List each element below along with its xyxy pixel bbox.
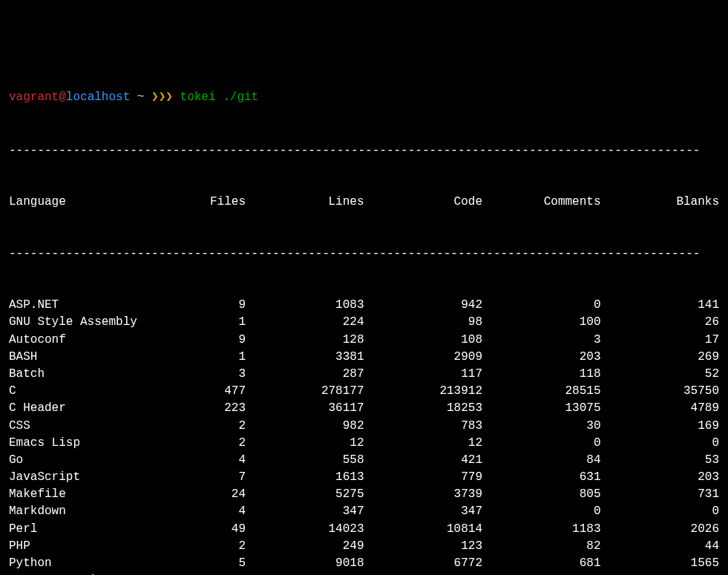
- cell-lines: 3381: [246, 349, 364, 366]
- cell-code: 421: [364, 452, 482, 469]
- separator-mid: ----------------------------------------…: [9, 246, 719, 263]
- cell-language: C Header: [9, 400, 174, 417]
- cell-lines: 249: [246, 538, 364, 555]
- cell-blanks: 17: [600, 332, 719, 349]
- cell-language: JavaScript: [9, 469, 174, 486]
- table-row: JavaScript71613779631203: [9, 469, 719, 486]
- cell-code: 783: [364, 418, 482, 435]
- cell-lines: 12: [246, 435, 364, 452]
- table-row: Autoconf9128108317: [9, 332, 719, 349]
- cell-files: 24: [174, 486, 246, 503]
- cell-comments: 0: [482, 572, 601, 575]
- cell-files: 1: [174, 349, 246, 366]
- cell-lines: 1083: [246, 297, 364, 314]
- cell-language: Python: [9, 555, 174, 572]
- cell-comments: 118: [482, 366, 601, 383]
- table-row: Markdown434734700: [9, 503, 719, 520]
- cell-language: PHP: [9, 538, 174, 555]
- cell-language: Perl: [9, 521, 174, 538]
- table-row: CSS298278330169: [9, 418, 719, 435]
- table-row: Makefile2452753739805731: [9, 486, 719, 503]
- table-row: GNU Style Assembly12249810026: [9, 314, 719, 331]
- cell-code: 12: [364, 435, 482, 452]
- cell-files: 4: [174, 503, 246, 520]
- separator-top: ----------------------------------------…: [9, 142, 719, 160]
- header-blanks: Blanks: [600, 194, 719, 211]
- prompt-host: localhost: [66, 91, 130, 104]
- cell-files: 4: [174, 452, 246, 469]
- cell-code: 3739: [364, 486, 482, 503]
- prompt-command: tokei ./git: [180, 91, 259, 104]
- cell-lines: 558: [246, 452, 364, 469]
- cell-blanks: 141: [600, 297, 719, 314]
- cell-blanks: 0: [600, 435, 719, 452]
- cell-blanks: 44: [600, 538, 719, 555]
- cell-files: 7: [174, 469, 246, 486]
- cell-comments: 28515: [482, 383, 601, 400]
- cell-language: Autoconf: [9, 332, 174, 349]
- cell-lines: 1613: [246, 469, 364, 486]
- cell-comments: 84: [482, 452, 601, 469]
- cell-blanks: 0: [600, 572, 719, 575]
- cell-blanks: 269: [600, 349, 719, 366]
- cell-language: GNU Style Assembly: [9, 314, 174, 331]
- header-lines: Lines: [246, 194, 364, 211]
- cell-language: Go: [9, 452, 174, 469]
- cell-lines: 287: [246, 366, 364, 383]
- cell-code: 347: [364, 503, 482, 520]
- prompt-user: vagrant: [9, 91, 59, 104]
- cell-code: 942: [364, 297, 482, 314]
- cell-comments: 681: [482, 555, 601, 572]
- cell-blanks: 2026: [600, 521, 719, 538]
- cell-files: 1: [174, 314, 246, 331]
- cell-files: 6: [174, 572, 246, 575]
- cell-lines: 1142: [246, 572, 364, 575]
- cell-language: C: [9, 383, 174, 400]
- cell-lines: 14023: [246, 521, 364, 538]
- terminal-prompt[interactable]: vagrant@localhost ~ ❯❯❯ tokei ./git: [9, 72, 719, 106]
- cell-code: 213912: [364, 383, 482, 400]
- tokei-table: Language Files Lines Code Comments Blank…: [9, 194, 719, 211]
- cell-code: 1142: [364, 572, 482, 575]
- cell-lines: 9018: [246, 555, 364, 572]
- cell-language: Batch: [9, 366, 174, 383]
- cell-language: BASH: [9, 349, 174, 366]
- cell-comments: 82: [482, 538, 601, 555]
- cell-blanks: 731: [600, 486, 719, 503]
- cell-code: 10814: [364, 521, 482, 538]
- cell-comments: 203: [482, 349, 601, 366]
- table-row: C Header2233611718253130754789: [9, 400, 719, 417]
- tokei-body-table: ASP.NET910839420141GNU Style Assembly122…: [9, 297, 719, 575]
- cell-comments: 0: [482, 435, 601, 452]
- cell-language: Emacs Lisp: [9, 435, 174, 452]
- cell-lines: 278177: [246, 383, 364, 400]
- cell-comments: 0: [482, 297, 601, 314]
- table-row: C4772781772139122851535750: [9, 383, 719, 400]
- cell-lines: 982: [246, 418, 364, 435]
- cell-blanks: 1565: [600, 555, 719, 572]
- cell-lines: 347: [246, 503, 364, 520]
- table-row: Python5901867726811565: [9, 555, 719, 572]
- cell-code: 2909: [364, 349, 482, 366]
- cell-language: CSS: [9, 418, 174, 435]
- cell-comments: 13075: [482, 400, 601, 417]
- table-row: Perl49140231081411832026: [9, 521, 719, 538]
- cell-blanks: 26: [600, 314, 719, 331]
- header-language: Language: [9, 194, 174, 211]
- table-row: Emacs Lisp2121200: [9, 435, 719, 452]
- cell-files: 2: [174, 435, 246, 452]
- cell-comments: 1183: [482, 521, 601, 538]
- cell-files: 3: [174, 366, 246, 383]
- cell-blanks: 52: [600, 366, 719, 383]
- cell-code: 98: [364, 314, 482, 331]
- prompt-at: @: [59, 91, 66, 104]
- table-row: PHP22491238244: [9, 538, 719, 555]
- cell-files: 2: [174, 538, 246, 555]
- cell-blanks: 0: [600, 503, 719, 520]
- cell-language: ASP.NET: [9, 297, 174, 314]
- cell-files: 5: [174, 555, 246, 572]
- cell-comments: 3: [482, 332, 601, 349]
- cell-comments: 631: [482, 469, 601, 486]
- cell-code: 779: [364, 469, 482, 486]
- header-comments: Comments: [482, 194, 601, 211]
